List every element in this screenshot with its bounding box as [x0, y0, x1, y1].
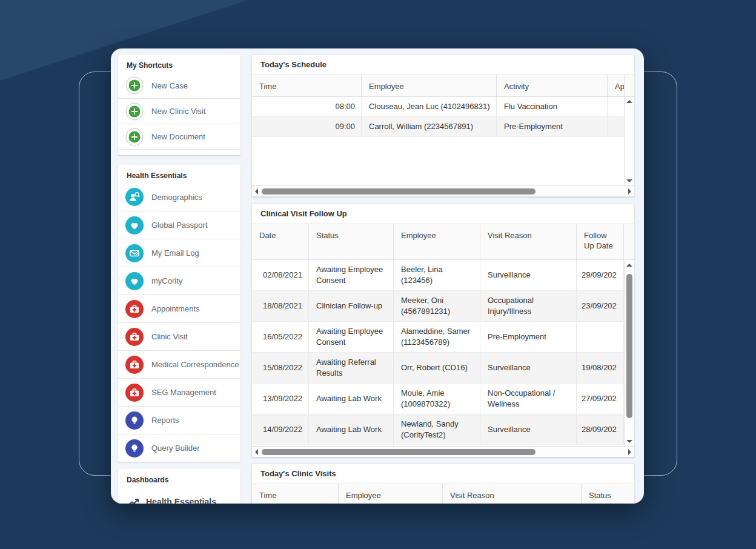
cell-date: 02/08/2021: [252, 260, 309, 290]
cell-date: 15/08/2022: [252, 353, 309, 383]
schedule-body: 08:00 Clouseau, Jean Luc (4102496831) Fl…: [252, 97, 634, 187]
column-header-employee[interactable]: Employee: [394, 224, 480, 259]
column-header-time[interactable]: Time: [252, 484, 339, 504]
schedule-row[interactable]: 09:00 Carroll, William (2234567891) Pre-…: [252, 117, 634, 137]
cell-employee: Orr, Robert (CD16): [394, 353, 480, 383]
column-header-activity[interactable]: Activity: [497, 75, 608, 96]
shortcut-new-document[interactable]: New Document: [118, 124, 240, 149]
dashboards-title: Dashboards: [118, 469, 240, 487]
sidebar-item-label: Appointments: [151, 304, 200, 313]
sidebar-item-clinic-visit[interactable]: Clinic Visit: [118, 322, 240, 350]
trend-chart-icon: [128, 497, 139, 504]
column-header-date[interactable]: Date: [252, 224, 309, 259]
vertical-scrollbar[interactable]: [624, 97, 634, 185]
cell-activity: Flu Vaccination: [497, 97, 608, 116]
followup-row[interactable]: 18/08/2021 Clinician Follow-up Meeker, O…: [252, 291, 634, 322]
todays-schedule-card: Today's Schedule Time Employee Activity …: [251, 55, 635, 197]
medkit-icon: [125, 356, 144, 374]
todays-clinic-visits-card: Today's Clinic Visits Time Employee Visi…: [251, 464, 635, 504]
followup-row[interactable]: 14/09/2022 Awaiting Lab Work Newland, Sa…: [252, 414, 634, 445]
cell-employee: Newland, Sandy (CorityTest2): [394, 414, 480, 445]
scroll-down-arrow[interactable]: [626, 179, 632, 182]
column-header-follow-up-date[interactable]: Follow Up Date: [577, 224, 624, 259]
scroll-up-arrow[interactable]: [626, 100, 632, 103]
followup-row[interactable]: 16/05/2022 Awaiting Employee Consent Ala…: [252, 322, 634, 353]
scrollbar-thumb[interactable]: [262, 449, 536, 455]
sidebar-item-medical-correspondence[interactable]: Medical Correspondence: [118, 350, 240, 378]
scroll-up-arrow[interactable]: [626, 264, 632, 267]
vertical-scrollbar[interactable]: [624, 261, 634, 446]
clinic-visits-header-row: Time Employee Visit Reason Status: [252, 484, 634, 504]
cell-status: Awaiting Lab Work: [309, 414, 394, 445]
shortcut-new-clinic-visit[interactable]: New Clinic Visit: [118, 98, 240, 124]
sidebar: My Shortcuts New Case New Clinic Visit N…: [118, 55, 240, 504]
column-header-status[interactable]: Status: [582, 484, 634, 504]
dashboards-card: Dashboards Health Essentials: [118, 469, 240, 504]
column-header-visit-reason[interactable]: Visit Reason: [443, 484, 582, 504]
column-header-employee[interactable]: Employee: [339, 484, 443, 504]
cell-status: Clinician Follow-up: [309, 291, 394, 321]
scrollbar-thumb[interactable]: [626, 274, 632, 418]
cell-visit-reason: Surveillance: [480, 414, 577, 445]
cell-visit-reason: Occupational Injury/Illness: [480, 291, 577, 321]
followup-row[interactable]: 02/08/2021 Awaiting Employee Consent Bee…: [252, 260, 634, 291]
horizontal-scrollbar[interactable]: [252, 185, 634, 196]
horizontal-scrollbar[interactable]: [252, 446, 634, 457]
sidebar-item-mycority[interactable]: myCority: [118, 267, 240, 294]
cell-date: 13/09/2022: [252, 384, 309, 414]
cell-employee: Meeker, Oni (4567891231): [394, 291, 480, 321]
scroll-down-arrow[interactable]: [626, 440, 632, 443]
followup-header-row: Date Status Employee Visit Reason Follow…: [252, 224, 634, 260]
sidebar-item-seg-management[interactable]: SEG Management: [118, 378, 240, 406]
clinical-visit-follow-up-card: Clinical Visit Follow Up Date Status Emp…: [251, 204, 635, 458]
sidebar-item-label: Reports: [151, 416, 179, 425]
cell-visit-reason: Pre-Employment: [480, 322, 577, 352]
cell-time: 09:00: [252, 117, 362, 136]
health-essentials-card: Health Essentials Demographics Global Pa…: [118, 165, 240, 462]
heart-icon: [125, 216, 144, 235]
cell-visit-reason: Surveillance: [480, 260, 577, 290]
sidebar-item-global-passport[interactable]: Global Passport: [118, 211, 240, 239]
column-header-ap[interactable]: Ap: [608, 75, 625, 96]
sidebar-item-reports[interactable]: Reports: [118, 406, 240, 434]
schedule-row[interactable]: 08:00 Clouseau, Jean Luc (4102496831) Fl…: [252, 97, 634, 117]
sidebar-item-label: Global Passport: [151, 221, 208, 230]
clinical-visit-follow-up-title: Clinical Visit Follow Up: [252, 204, 634, 224]
todays-clinic-visits-title: Today's Clinic Visits: [252, 464, 634, 484]
column-header-visit-reason[interactable]: Visit Reason: [480, 224, 577, 259]
shortcut-label: New Case: [151, 81, 188, 90]
shortcut-label: New Clinic Visit: [151, 107, 205, 116]
plus-circle-icon: [125, 76, 144, 95]
scroll-right-arrow[interactable]: [628, 449, 631, 455]
cell-followup-date: 29/09/202: [577, 260, 624, 290]
health-essentials-title: Health Essentials: [118, 165, 240, 183]
sidebar-item-label: My Email Log: [151, 248, 199, 258]
sidebar-item-my-email-log[interactable]: My Email Log: [118, 239, 240, 267]
sidebar-item-appointments[interactable]: Appointments: [118, 294, 240, 322]
followup-row[interactable]: 15/08/2022 Awaiting Referral Results Orr…: [252, 353, 634, 384]
dashboard-item-label: Health Essentials: [146, 497, 216, 504]
medkit-icon: [125, 300, 144, 318]
sidebar-item-demographics[interactable]: Demographics: [118, 183, 240, 211]
card-footer: [118, 149, 240, 155]
column-header-employee[interactable]: Employee: [362, 75, 497, 96]
dashboard-item-health-essentials[interactable]: Health Essentials: [118, 487, 240, 504]
column-header-time[interactable]: Time: [252, 75, 362, 96]
cell-activity: Pre-Employment: [497, 117, 608, 136]
scroll-right-arrow[interactable]: [628, 188, 631, 195]
shortcut-new-case[interactable]: New Case: [118, 73, 240, 98]
sidebar-item-query-builder[interactable]: Query Builder: [118, 434, 240, 462]
app-window: My Shortcuts New Case New Clinic Visit N…: [111, 48, 644, 504]
scrollbar-thumb[interactable]: [262, 188, 536, 195]
column-header-status[interactable]: Status: [309, 224, 394, 259]
scroll-left-arrow[interactable]: [255, 449, 258, 455]
followup-row[interactable]: 13/09/2022 Awaiting Lab Work Moule, Amie…: [252, 384, 634, 414]
lightbulb-icon: [125, 439, 144, 458]
sidebar-item-label: Clinic Visit: [151, 332, 188, 341]
medkit-icon: [125, 328, 144, 346]
sidebar-item-label: SEG Management: [151, 388, 216, 397]
scroll-left-arrow[interactable]: [255, 188, 258, 195]
cell-status: Awaiting Referral Results: [309, 353, 394, 383]
sidebar-item-label: myCority: [151, 276, 182, 285]
sidebar-item-label: Medical Correspondence: [151, 360, 239, 369]
